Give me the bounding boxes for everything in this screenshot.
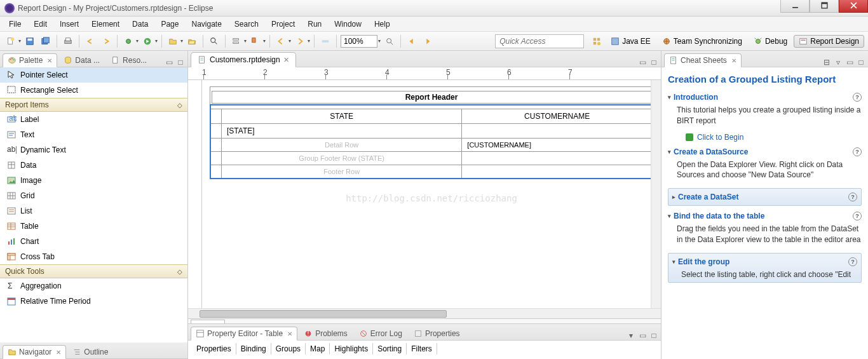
section-bind-data[interactable]: Bind the data to the table? xyxy=(668,210,862,222)
section-create-dataset[interactable]: Create a DataSet? xyxy=(672,191,857,203)
prop-tab-sorting[interactable]: Sorting xyxy=(373,343,407,355)
maximize-view-icon[interactable]: □ xyxy=(176,58,185,67)
minimize-editor-icon[interactable]: ▭ xyxy=(638,58,647,67)
maximize-editor-icon[interactable]: □ xyxy=(649,58,658,67)
maximize-button[interactable] xyxy=(810,0,839,13)
nav-back-icon[interactable] xyxy=(405,34,419,48)
help-icon[interactable]: ? xyxy=(853,212,862,220)
perspective-report-design[interactable]: Report Design xyxy=(794,35,864,48)
report-body-outline[interactable]: Report Header STATE CUSTOMERNAME [STATE] xyxy=(210,86,653,179)
rectangle-select-tool[interactable]: Rectangle Select xyxy=(0,83,187,98)
palette-item-data[interactable]: Data xyxy=(0,158,187,173)
minimize-button[interactable] xyxy=(780,0,810,13)
prop-tab-highlights[interactable]: Highlights xyxy=(330,343,373,355)
tab-outline[interactable]: Outline xyxy=(67,345,113,358)
report-header-row[interactable]: Report Header xyxy=(212,91,651,104)
horizontal-scrollbar[interactable] xyxy=(188,308,661,318)
table-header-row[interactable]: STATE CUSTOMERNAME xyxy=(211,109,653,124)
palette-item-chart[interactable]: Chart xyxy=(0,234,187,249)
toggle-breadcrumb-icon[interactable] xyxy=(229,34,243,48)
palette-item-label[interactable]: abLabel xyxy=(0,112,187,127)
tab-palette[interactable]: Palette✕ xyxy=(3,53,57,67)
zoom-input[interactable] xyxy=(341,35,377,48)
palette-group-quick-tools[interactable]: Quick Tools◇ xyxy=(0,264,187,278)
new-folder-icon[interactable] xyxy=(166,34,180,48)
print-icon[interactable] xyxy=(61,34,75,48)
forward-icon[interactable] xyxy=(293,34,307,48)
tab-errorlog[interactable]: Error Log xyxy=(354,327,407,340)
tab-navigator[interactable]: Navigator✕ xyxy=(3,345,66,359)
section-edit-group[interactable]: Edit the group? xyxy=(672,255,857,268)
perspective-java-ee[interactable]: Java EE xyxy=(606,35,656,48)
nav-fwd-icon[interactable] xyxy=(421,34,435,48)
customer-binding[interactable]: [CUSTOMERNAME] xyxy=(462,139,653,152)
new-icon[interactable] xyxy=(4,34,18,48)
tab-problems[interactable]: !Problems xyxy=(299,327,353,340)
collapse-all-icon[interactable]: ⊟ xyxy=(822,58,831,67)
menu-file[interactable]: File xyxy=(3,18,27,30)
open-perspective-icon[interactable] xyxy=(590,34,604,48)
menu-window[interactable]: Window xyxy=(328,18,368,30)
close-button[interactable] xyxy=(839,0,868,13)
editor-tab-master-page[interactable]: Master Page xyxy=(225,320,280,324)
menu-insert[interactable]: Insert xyxy=(53,18,85,30)
undo-icon[interactable] xyxy=(83,34,97,48)
prop-tab-binding[interactable]: Binding xyxy=(236,343,271,355)
palette-item-aggregation[interactable]: ΣAggregation xyxy=(0,278,187,294)
tab-properties[interactable]: Properties xyxy=(409,327,465,340)
minimize-view-icon[interactable]: ▭ xyxy=(638,331,647,340)
menu-edit[interactable]: Edit xyxy=(27,18,53,30)
menu-data[interactable]: Data xyxy=(126,18,154,30)
prop-tab-map[interactable]: Map xyxy=(306,343,330,355)
menu-element[interactable]: Element xyxy=(85,18,126,30)
detail-row[interactable]: Detail Row[CUSTOMERNAME] xyxy=(211,139,653,152)
search-icon[interactable] xyxy=(207,34,221,48)
palette-item-grid[interactable]: Grid xyxy=(0,188,187,203)
editor-tab-layout[interactable]: Layout xyxy=(191,320,225,324)
save-icon[interactable] xyxy=(23,34,37,48)
editor-tab-customers[interactable]: Customers.rptdesign✕ xyxy=(191,52,296,67)
help-icon[interactable]: ? xyxy=(853,147,862,156)
tab-cheat-sheets[interactable]: Cheat Sheets✕ xyxy=(664,53,742,67)
menu-run[interactable]: Run xyxy=(301,18,328,30)
group-header-row[interactable]: [STATE] xyxy=(211,124,653,139)
help-icon[interactable]: ? xyxy=(853,93,862,102)
editor-tab-script[interactable]: Script xyxy=(280,320,311,324)
palette-item-list[interactable]: List xyxy=(0,203,187,219)
close-icon[interactable]: ✕ xyxy=(47,57,52,64)
redo-icon[interactable] xyxy=(99,34,113,48)
click-to-begin-link[interactable]: Click to Begin xyxy=(668,133,862,142)
minimize-view-icon[interactable]: ▭ xyxy=(165,58,173,67)
menu-page[interactable]: Page xyxy=(154,18,185,30)
palette-item-table[interactable]: Table xyxy=(0,219,187,234)
col-state-header[interactable]: STATE xyxy=(222,109,462,124)
quick-access-input[interactable] xyxy=(495,34,584,48)
group-footer-row[interactable]: Group Footer Row (STATE) xyxy=(211,152,653,165)
help-icon[interactable]: ? xyxy=(848,257,857,266)
help-icon[interactable]: ? xyxy=(848,193,857,201)
save-all-icon[interactable] xyxy=(39,34,53,48)
perspective-debug[interactable]: Debug xyxy=(749,35,792,48)
palette-group-report-items[interactable]: Report Items◇ xyxy=(0,98,187,112)
pointer-select-tool[interactable]: Pointer Select xyxy=(0,67,187,83)
prop-tab-groups[interactable]: Groups xyxy=(271,343,306,355)
back-icon[interactable] xyxy=(274,34,288,48)
report-editor[interactable]: 1234567 Report Header STATE CUSTOMERNAME xyxy=(188,67,661,323)
state-binding[interactable]: [STATE] xyxy=(222,124,462,139)
view-menu-icon[interactable]: ▿ xyxy=(834,58,843,67)
footer-row[interactable]: Footer Row xyxy=(211,165,653,179)
toggle-ruler-icon[interactable] xyxy=(318,34,332,48)
maximize-view-icon[interactable]: □ xyxy=(857,58,865,67)
tab-data[interactable]: Data ... xyxy=(58,53,105,67)
menu-help[interactable]: Help xyxy=(368,18,397,30)
view-menu-icon[interactable]: ▾ xyxy=(627,331,635,340)
minimize-view-icon[interactable]: ▭ xyxy=(845,58,854,67)
col-customer-header[interactable]: CUSTOMERNAME xyxy=(462,109,653,124)
palette-item-relative-time-period[interactable]: Relative Time Period xyxy=(0,294,187,309)
palette-item-text[interactable]: Text xyxy=(0,127,187,142)
menu-navigate[interactable]: Navigate xyxy=(185,18,227,30)
close-tab-icon[interactable]: ✕ xyxy=(283,56,289,64)
section-introduction[interactable]: Introduction? xyxy=(668,91,862,104)
menu-project[interactable]: Project xyxy=(265,18,301,30)
palette-item-cross-tab[interactable]: Cross Tab xyxy=(0,249,187,264)
